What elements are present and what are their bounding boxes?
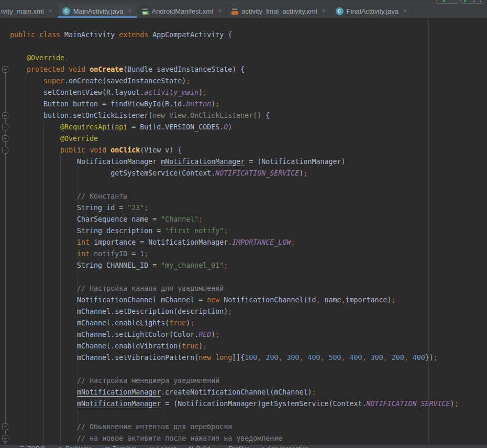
tool-window-button-terminal[interactable]: ▣Terminal — [105, 445, 137, 448]
fold-marker-icon[interactable]: − — [2, 423, 8, 430]
tool-window-label: App Inspection — [267, 445, 308, 448]
tool-window-button-problems[interactable]: ◉Problems — [58, 445, 92, 448]
code-line: mNotificationManager.createNotificationC… — [10, 387, 487, 398]
fold-marker-icon[interactable]: − — [2, 66, 8, 73]
code-line: @Override — [10, 133, 487, 145]
tab-androidmanifest-xml[interactable]: MFAndroidManifest.xml× — [137, 4, 227, 18]
code-line: mNotificationManager = (NotificationMana… — [10, 398, 487, 410]
widget-dot-icon — [473, 1, 475, 2]
code-line: @RequiresApi(api = Build.VERSION_CODES.O… — [10, 122, 487, 133]
code-line: public void onClick(View v) { — [10, 145, 487, 156]
code-line: Button button = findViewById(R.id.button… — [10, 99, 487, 110]
code-line — [10, 179, 487, 191]
code-line: NotificationChannel mChannel = new Notif… — [10, 294, 487, 306]
profiler-icon: ◔ — [223, 446, 226, 448]
code-line: mChannel.setLightColor(Color.RED); — [10, 329, 487, 341]
tool-window-label: TODO — [27, 445, 45, 448]
tab-mainactivity-java[interactable]: CMainActivity.java× — [58, 4, 137, 18]
toolbar-strip — [0, 0, 487, 4]
code-line: // Настройка канала для уведомлений — [10, 283, 487, 294]
layout-xml-file-icon — [231, 7, 238, 15]
close-icon[interactable]: × — [49, 7, 52, 15]
tab-label: MainActivity.java — [73, 7, 124, 15]
code-line: // Константы — [10, 191, 487, 202]
code-line: getSystemService(Context.NOTIFICATION_SE… — [10, 168, 487, 179]
run-widget[interactable] — [436, 0, 458, 4]
tool-window-button-app-inspection[interactable]: ▯App Inspection — [261, 445, 308, 448]
java-class-icon: C — [336, 7, 344, 15]
code-line: // Настройка менеджера уведомлений — [10, 375, 487, 387]
code-line: String CHANNEL_ID = "my_channel_01"; — [10, 260, 487, 271]
app-inspection-icon: ▯ — [261, 445, 264, 448]
tool-window-label: Problems — [65, 445, 92, 448]
tool-window-label: Terminal — [113, 445, 136, 448]
close-icon[interactable]: × — [322, 7, 326, 15]
fold-marker-icon[interactable]: − — [2, 147, 8, 154]
problems-icon: ◉ — [58, 445, 63, 448]
logcat-icon: ▢ — [149, 445, 154, 448]
device-widget[interactable] — [460, 0, 484, 4]
tool-window-label: Profiler — [229, 445, 249, 448]
code-line: setContentView(R.layout.activity_main); — [10, 87, 487, 99]
tab-ivity-main-xml[interactable]: ivity_main.xml× — [0, 4, 58, 18]
todo-icon: ☰ — [19, 445, 25, 448]
editor-tab-bar: ivity_main.xml×CMainActivity.java×MFAndr… — [0, 4, 487, 18]
code-line: // на новое активити после нажатия на ув… — [10, 433, 487, 444]
tool-window-label: Build — [196, 445, 211, 448]
run-status-icon — [443, 0, 445, 2]
code-line: mChannel.enableLights(true); — [10, 318, 487, 329]
code-line — [10, 364, 487, 375]
build-icon: ⚒ — [189, 445, 194, 448]
code-line: String id = "23"; — [10, 202, 487, 214]
tab-label: activity_final_acttivity.xml — [241, 7, 317, 15]
fold-marker-icon[interactable]: − — [2, 112, 8, 119]
code-line: @Override — [10, 52, 487, 64]
fold-marker-icon[interactable]: − — [2, 135, 8, 142]
java-class-icon: C — [62, 7, 70, 15]
code-line: public class MainActivity extends AppCom… — [10, 29, 487, 41]
device-status-icon — [464, 0, 466, 2]
tab-label: FinalActtivity.java — [347, 7, 399, 15]
code-line: mChannel.setDescription(description); — [10, 306, 487, 318]
code-line: // Обьявление интентов для переброски — [10, 421, 487, 433]
tool-window-button-logcat[interactable]: ▢Logcat — [149, 445, 175, 448]
close-icon[interactable]: × — [218, 7, 222, 15]
code-line: mChannel.enableVibration(true); — [10, 341, 487, 352]
close-icon[interactable]: × — [403, 7, 407, 15]
manifest-file-icon: MF — [142, 7, 149, 15]
tab-label: ivity_main.xml — [1, 7, 44, 15]
tab-label: AndroidManifest.xml — [152, 7, 214, 15]
tool-window-button-todo[interactable]: ☰TODO — [19, 445, 45, 448]
terminal-icon: ▣ — [105, 445, 110, 448]
close-icon[interactable]: × — [128, 7, 131, 15]
code-editor[interactable]: −−−−−−− public class MainActivity extend… — [0, 18, 487, 444]
tool-window-label: Logcat — [157, 445, 176, 448]
tool-window-button-profiler[interactable]: ◔Profiler — [223, 445, 249, 448]
code-line: button.setOnClickListener(new View.OnCli… — [10, 110, 487, 122]
code-line — [10, 410, 487, 421]
code-line: mChannel.setVibrationPattern(new long[]{… — [10, 352, 487, 364]
code-line: String description = "first notify"; — [10, 225, 487, 237]
code-line: NotificationManager mNotificationManager… — [10, 156, 487, 168]
tool-window-button-build[interactable]: ⚒Build — [189, 445, 211, 448]
widget-dot-icon — [480, 1, 481, 2]
code-line: CharSequence name = "Channel"; — [10, 214, 487, 225]
tab-finalacttivity-java[interactable]: CFinalActtivity.java× — [331, 4, 412, 18]
code-line — [10, 271, 487, 283]
code-line: int importance = NotificationManager.IMP… — [10, 237, 487, 248]
fold-marker-icon[interactable]: − — [2, 124, 8, 130]
code-area: public class MainActivity extends AppCom… — [9, 18, 487, 444]
code-line: protected void onCreate(Bundle savedInst… — [10, 64, 487, 75]
tab-activity-final-acttivity-xml[interactable]: activity_final_acttivity.xml× — [227, 4, 330, 18]
fold-marker-icon[interactable]: − — [2, 435, 8, 442]
code-line — [10, 41, 487, 52]
code-line: super.onCreate(savedInstanceState); — [10, 75, 487, 87]
code-line: int notifyID = 1; — [10, 248, 487, 260]
tool-window-bar: ☰TODO◉Problems▣Terminal▢Logcat⚒Build◔Pro… — [0, 444, 487, 448]
